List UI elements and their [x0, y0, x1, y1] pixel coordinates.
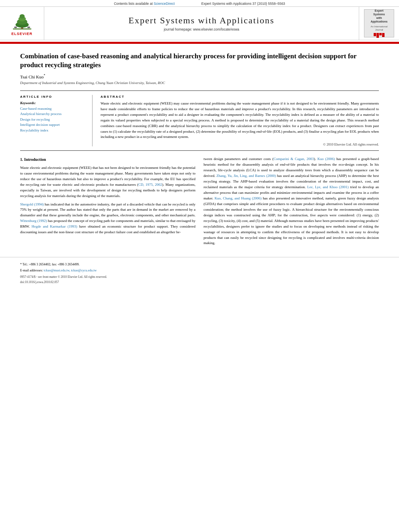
issn-line: 0957-4174/$ - see front matter © 2010 El… — [20, 275, 379, 279]
keyword-5: Recyclability index — [20, 128, 86, 134]
footnote-email: E-mail addresses: tckuo@must.edu.tw, tck… — [20, 268, 379, 273]
top-bar-text: Contents lists available at — [114, 2, 154, 6]
elsevier-logo: ELSEVIER — [10, 11, 34, 36]
svg-point-6 — [14, 27, 17, 28]
abstract-label: ABSTRACT — [101, 95, 379, 99]
ref-hegde: Hegde and Karmarkar (1993) — [32, 224, 77, 228]
journal-thumbnail-section: ExpertSystemswithApplications An Interna… — [359, 7, 399, 40]
body-col-left: 1. Introduction Waste electric and elect… — [20, 156, 195, 249]
ref-shergold: Shergold (1994) — [20, 202, 44, 206]
ref-wittenburg: Wittenburg (1992) — [20, 219, 47, 223]
keyword-2: Analytical hierarchy process — [20, 111, 86, 117]
author-footnote-marker: * — [44, 74, 45, 77]
header-center: Expert Systems with Applications journal… — [44, 7, 359, 40]
article-info-label: ARTICLE INFO — [20, 95, 86, 99]
svg-point-7 — [27, 27, 30, 28]
abstract-text: Waste electric and electronic equipment … — [101, 101, 379, 140]
keywords-label: Keywords: — [20, 101, 86, 105]
email-link[interactable]: tckuo@must.edu.tw, tckuo@cycu.edu.tw — [44, 269, 97, 272]
elsevier-tree-icon — [10, 11, 34, 31]
body-col-right: tween design parameters and customer cos… — [204, 156, 379, 249]
keyword-3: Design for recycling — [20, 117, 86, 123]
abstract-section: ABSTRACT Waste electric and electronic e… — [101, 95, 379, 147]
article-footer: * Tel.: +886 3 2654402; fax: +886 3 2654… — [0, 257, 399, 284]
journal-thumbnail: ExpertSystemswithApplications An Interna… — [364, 9, 394, 37]
body-para-1: Waste electric and electronic equipment … — [20, 165, 195, 199]
ref-cd: CD, 1975, 2002 — [138, 183, 162, 187]
journal-top-bar: Contents lists available at ScienceDirec… — [0, 0, 399, 6]
ref-zhang: Zhang, Yu, Jin, Ling, and Barnes (2000) — [216, 174, 276, 178]
article-content: Combination of case-based reasoning and … — [0, 44, 399, 257]
journal-title: Expert Systems with Applications — [129, 15, 275, 26]
body-columns: 1. Introduction Waste electric and elect… — [20, 156, 379, 249]
journal-homepage: journal homepage: www.elsevier.com/locat… — [164, 27, 239, 31]
ref-comparini: Comparini & Cagan, 2003 — [274, 157, 314, 161]
journal-ref: Expert Systems with Applications 37 (201… — [201, 2, 285, 6]
copyright-line: © 2010 Elsevier Ltd. All rights reserved… — [101, 142, 379, 146]
svg-point-5 — [19, 14, 25, 18]
ref-kuo2006: Kuo (2006) — [317, 157, 335, 161]
keyword-1: Case-based reasoning — [20, 106, 86, 112]
author-name: Tsai Chi Kuo* — [20, 74, 379, 79]
section-1-title: 1. Introduction — [20, 156, 195, 163]
elsevier-wordmark: ELSEVIER — [11, 32, 33, 36]
body-para-2: Shergold (1994) has indicated that in th… — [20, 202, 195, 236]
elsevier-logo-section: ELSEVIER — [0, 7, 44, 40]
info-abstract-section: ARTICLE INFO Keywords: Case-based reason… — [20, 90, 379, 151]
ref-kuo-chang: Kuo, Chang, and Huang (2006) — [214, 196, 261, 200]
article-info: ARTICLE INFO Keywords: Case-based reason… — [20, 95, 93, 147]
affiliation: Department of Industrial and Systems Eng… — [20, 81, 379, 85]
keyword-4: Intelligent decision support — [20, 122, 86, 128]
article-title: Combination of case-based reasoning and … — [20, 52, 379, 70]
body-para-3: tween design parameters and customer cos… — [204, 156, 379, 246]
doi-line: doi:10.1016/j.eswa.2010.02.057 — [20, 280, 379, 284]
sciencedirect-link[interactable]: ScienceDirect — [154, 2, 175, 6]
ref-lee: Lee, Lye, and Khoo (2001) — [307, 185, 349, 189]
footnote-tel: * Tel.: +886 3 2654402; fax: +886 3 2654… — [20, 262, 379, 267]
header-main: ELSEVIER Expert Systems with Application… — [0, 6, 399, 40]
journal-header: Contents lists available at ScienceDirec… — [0, 0, 399, 43]
